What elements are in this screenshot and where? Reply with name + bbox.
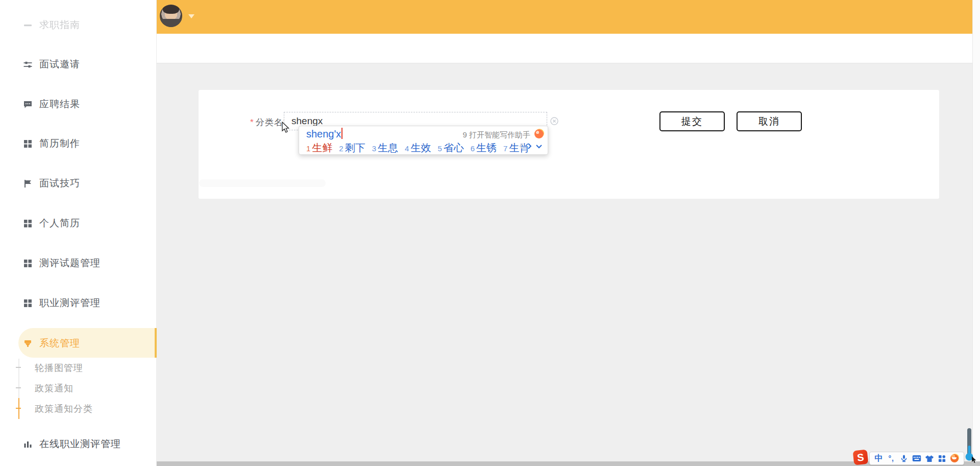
grid-icon	[23, 219, 33, 228]
chinese-mode-icon[interactable]: 中	[873, 453, 884, 463]
ime-candidate-popup: sheng'x 9 打开智能写作助手 1生鲜 2剩下 3生息 4生效 5省心 6…	[299, 126, 548, 155]
sidebar-subitem-label: 政策通知分类	[35, 403, 93, 415]
ime-pager	[519, 143, 543, 150]
sidebar-item-resume-builder[interactable]: 简历制作	[0, 133, 157, 154]
sidebar-item-label: 系统管理	[39, 337, 80, 350]
caret-down-icon[interactable]	[188, 14, 194, 18]
top-header-bar	[157, 0, 980, 34]
sidebar-item-label: 应聘结果	[39, 98, 80, 111]
ime-candidate[interactable]: 5省心	[437, 141, 463, 155]
submit-button[interactable]: 提交	[659, 111, 725, 131]
sidebar-subitem-label: 政策通知	[35, 382, 74, 394]
ime-assistant-hint[interactable]: 9 打开智能写作助手	[462, 130, 530, 140]
bar-chart-icon	[23, 439, 33, 449]
sidebar-item-clipped[interactable]: 求职指南	[0, 15, 157, 35]
sidebar-item-label: 求职指南	[39, 18, 80, 32]
sidebar-item-label: 职业测评管理	[39, 296, 101, 310]
brush-icon	[23, 339, 33, 348]
ime-toolbar: 中 °,	[869, 452, 964, 465]
breadcrumb	[157, 34, 980, 63]
sidebar-item-personal-resume[interactable]: 个人简历	[0, 213, 157, 234]
ime-text-caret	[341, 128, 342, 139]
sidebar-item-label: 个人简历	[39, 217, 80, 230]
sidebar-subitem-label: 轮播图管理	[35, 362, 83, 374]
sidebar-item-interview-skills[interactable]: 面试技巧	[0, 173, 157, 194]
prev-page-icon[interactable]	[519, 143, 524, 150]
avatar[interactable]	[160, 5, 182, 27]
cancel-button[interactable]: 取消	[737, 111, 802, 131]
ime-candidate[interactable]: 3生息	[372, 141, 398, 155]
circle-close-icon[interactable]	[550, 117, 558, 125]
ime-candidate[interactable]: 4生效	[405, 141, 431, 155]
sidebar-subitem-policy-notice-category[interactable]: 政策通知分类	[35, 401, 93, 416]
sidebar-subitem-policy-notice[interactable]: 政策通知	[35, 381, 74, 396]
writing-assistant-icon[interactable]	[534, 129, 544, 138]
ime-candidate[interactable]: 1生鲜	[306, 141, 332, 155]
input-value: shengx	[291, 115, 323, 127]
emoji-icon[interactable]	[949, 453, 960, 463]
submenu-dash-icon	[16, 367, 21, 368]
ime-candidate[interactable]: 6生锈	[471, 141, 497, 155]
sidebar-item-career-assessment-mgmt[interactable]: 职业测评管理	[0, 293, 157, 313]
mouse-cursor	[281, 122, 291, 136]
grid-icon	[23, 298, 33, 308]
sidebar: 求职指南 面试邀请 应聘结果	[0, 0, 157, 466]
grid-icon	[23, 139, 33, 149]
sidebar-subitem-carousel-mgmt[interactable]: 轮播图管理	[35, 360, 83, 376]
submenu-dash-icon	[16, 408, 21, 409]
vertical-scrollbar-track[interactable]	[972, 0, 980, 461]
sidebar-item-interview-invite[interactable]: 面试邀请	[0, 54, 157, 75]
flag-icon	[23, 179, 33, 189]
grid-icon	[23, 259, 33, 268]
mouse-cursor-small	[971, 456, 977, 465]
required-asterisk: *	[250, 118, 254, 127]
sidebar-item-application-results[interactable]: 应聘结果	[0, 94, 157, 114]
ime-candidate-list: 1生鲜 2剩下 3生息 4生效 5省心 6生锈 7生肖	[306, 141, 529, 155]
sidebar-item-online-assessment-mgmt[interactable]: 在线职业测评管理	[0, 434, 157, 454]
sidebar-item-label: 简历制作	[39, 137, 80, 150]
sidebar-item-label: 面试邀请	[39, 58, 80, 71]
next-page-icon[interactable]	[527, 143, 532, 150]
message-icon	[23, 100, 33, 109]
punctuation-icon[interactable]: °,	[886, 453, 896, 463]
submenu-dash-icon	[16, 387, 21, 388]
ghost-highlight	[199, 179, 326, 187]
sidebar-item-label: 在线职业测评管理	[39, 437, 121, 451]
sidebar-item-system-mgmt[interactable]: 系统管理	[0, 333, 157, 354]
ime-composition-text: sheng'x	[306, 128, 341, 140]
toolbox-icon[interactable]	[937, 453, 947, 463]
sidebar-item-label: 面试技巧	[39, 177, 80, 190]
skin-icon[interactable]	[924, 453, 935, 463]
sidebar-item-label: 测评试题管理	[39, 257, 101, 270]
sogou-logo[interactable]: S	[853, 450, 869, 465]
sliders-icon	[23, 60, 33, 69]
sidebar-item-exam-question-mgmt[interactable]: 测评试题管理	[0, 253, 157, 273]
avatar-hair	[163, 5, 179, 14]
app-window: 求职指南 面试邀请 应聘结果	[0, 0, 980, 466]
minus-icon	[23, 20, 33, 30]
ime-candidate[interactable]: 2剩下	[339, 141, 365, 155]
chevron-down-icon[interactable]	[535, 144, 543, 149]
keyboard-icon[interactable]	[912, 453, 922, 463]
microphone-icon[interactable]	[899, 453, 909, 463]
